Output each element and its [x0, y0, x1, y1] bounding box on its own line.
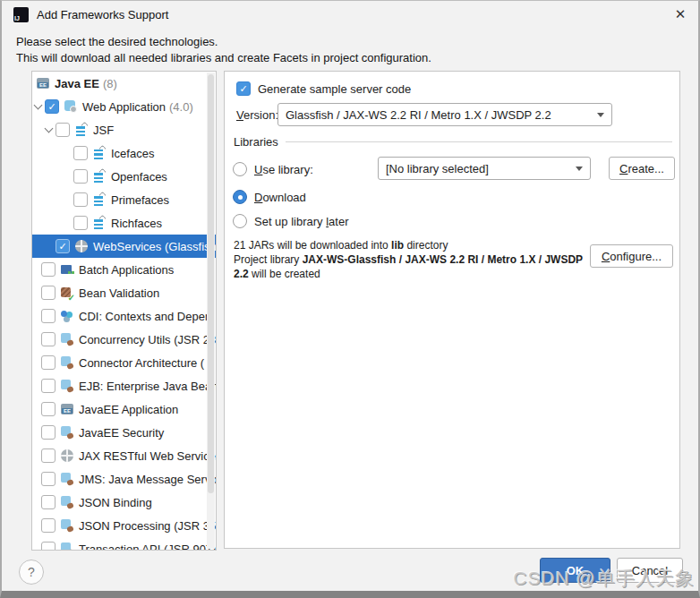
tree-item[interactable]: JavaEE Application	[32, 397, 216, 421]
tree-item[interactable]: Openfaces	[32, 165, 216, 188]
tree-item-label: Icefaces	[111, 147, 154, 160]
configure-button[interactable]: Configure...	[590, 244, 673, 268]
chevron-down-icon[interactable]	[43, 124, 55, 136]
ok-button[interactable]: OK	[540, 558, 610, 583]
cdi-icon	[60, 309, 74, 323]
cancel-button[interactable]: Cancel	[617, 558, 683, 583]
version-label: Version:	[236, 108, 278, 122]
checkbox[interactable]: ✓	[55, 239, 70, 253]
config-panel: ✓ Generate sample server code Version: G…	[224, 71, 680, 549]
tree-item-label: Openfaces	[111, 170, 167, 184]
checkbox[interactable]	[73, 169, 88, 184]
checkbox[interactable]	[73, 192, 88, 207]
version-dropdown[interactable]: Glassfish / JAX-WS 2.2 RI / Metro 1.X / …	[277, 103, 612, 126]
checkbox[interactable]	[41, 332, 55, 346]
checkbox[interactable]	[41, 472, 55, 486]
tree-item-label: EJB: Enterprise Java Beans	[79, 380, 217, 393]
checkbox[interactable]	[41, 495, 55, 509]
tree-item[interactable]: JSON Binding	[32, 491, 216, 514]
checkbox[interactable]	[41, 448, 55, 463]
tree-item-label: JSON Binding	[79, 496, 152, 509]
tree-item[interactable]: JMS: Java Message Servic	[32, 467, 216, 491]
generate-sample-label: Generate sample server code	[258, 82, 411, 96]
generate-sample-row: ✓ Generate sample server code	[236, 81, 411, 96]
library-value: [No library selected]	[386, 162, 489, 175]
intellij-logo-icon: IJ	[13, 7, 29, 22]
checkbox[interactable]	[41, 355, 55, 370]
tree-item[interactable]: JSON Processing (JSR 35	[32, 514, 216, 537]
description-line1: Please select the desired technologies.	[16, 34, 431, 50]
tree-item[interactable]: Icefaces	[32, 141, 216, 165]
tree-item[interactable]: Concurrency Utils (JSR 23	[32, 328, 216, 351]
framework-tree[interactable]: Java EE(8)✓Web Application(4.0)JSFIcefac…	[31, 71, 217, 551]
tree-item[interactable]: EJB: Enterprise Java Beans	[32, 374, 216, 397]
dialog-title: Add Frameworks Support	[37, 8, 168, 21]
use-library-radio[interactable]	[233, 162, 247, 176]
tree-item-label: Connector Architecture (	[79, 356, 204, 370]
titlebar: IJ Add Frameworks Support ✕	[2, 1, 698, 28]
bean-icon	[60, 355, 74, 370]
tree-item[interactable]: JSF	[32, 118, 216, 141]
checkbox[interactable]	[41, 402, 55, 416]
javaee-module-icon	[36, 76, 50, 90]
generate-sample-checkbox[interactable]: ✓	[236, 81, 251, 96]
tree-item[interactable]: JAX RESTful Web Services	[32, 444, 216, 467]
tree-item[interactable]: Transaction API (JSR 907)	[32, 537, 216, 551]
scrollbar-thumb[interactable]	[208, 74, 214, 493]
tree-item[interactable]: Batch Applications	[32, 258, 216, 281]
library-dropdown[interactable]: [No library selected]	[378, 157, 591, 180]
bean-validation-icon	[60, 286, 74, 300]
tree-item[interactable]: Java EE(8)	[32, 72, 216, 95]
checkbox[interactable]	[73, 216, 88, 230]
create-button[interactable]: Create...	[609, 157, 675, 180]
tree-item-label: JavaEE Security	[79, 426, 164, 440]
download-radio[interactable]	[233, 190, 247, 204]
tree-item[interactable]: Connector Architecture (	[32, 351, 216, 374]
tree-item-label: CDI: Contexts and Depen	[79, 310, 211, 323]
checkbox[interactable]	[41, 518, 55, 533]
chevron-down-icon	[597, 113, 604, 117]
separator-line	[286, 141, 672, 142]
tree-item-label: Primefaces	[111, 193, 169, 207]
checkbox[interactable]	[41, 286, 55, 300]
jsf-icon	[74, 123, 89, 137]
tree-item-suffix: (4.0)	[169, 100, 193, 114]
setup-later-label: Set up library later	[254, 215, 349, 228]
setup-later-row: Set up library later	[233, 214, 349, 228]
tree-item-label: Web Application	[82, 100, 166, 114]
checkbox[interactable]	[55, 123, 70, 137]
add-frameworks-support-dialog: IJ Add Frameworks Support ✕ Please selec…	[0, 0, 700, 598]
checkbox[interactable]	[41, 262, 55, 277]
bean-icon	[60, 495, 74, 509]
tree-item[interactable]: Primefaces	[32, 188, 216, 211]
checkbox[interactable]: ✓	[45, 99, 59, 114]
checkbox[interactable]	[41, 309, 55, 323]
tree-item-label: Java EE	[55, 77, 99, 90]
help-button[interactable]: ?	[19, 560, 44, 585]
tree-item[interactable]: ✓Web Application(4.0)	[32, 95, 216, 118]
tree-item[interactable]: ✓WebServices (Glassfish	[32, 235, 216, 258]
tree-item-suffix: (8)	[103, 77, 117, 90]
bean-icon	[60, 425, 74, 440]
libraries-separator: Libraries	[234, 135, 672, 149]
globe-icon	[74, 239, 89, 253]
tree-scrollbar[interactable]	[207, 73, 215, 549]
checkbox[interactable]	[41, 379, 55, 393]
tree-item[interactable]: CDI: Contexts and Depen	[32, 304, 216, 328]
close-icon[interactable]: ✕	[662, 6, 698, 22]
tree-item-label: JavaEE Application	[79, 403, 178, 416]
bean-icon	[60, 542, 74, 551]
checkbox[interactable]	[41, 425, 55, 440]
libraries-title: Libraries	[234, 135, 278, 149]
jsf-icon	[92, 146, 107, 160]
tree-item[interactable]: JavaEE Security	[32, 421, 216, 444]
jsf-icon	[92, 169, 107, 184]
checkbox[interactable]	[73, 146, 88, 160]
bean-icon	[60, 379, 74, 393]
checkbox[interactable]	[41, 542, 55, 551]
use-library-label: Use library:	[254, 163, 313, 176]
tree-item[interactable]: Bean Validation	[32, 281, 216, 304]
setup-later-radio[interactable]	[233, 214, 247, 228]
tree-item[interactable]: Richfaces	[32, 211, 216, 235]
chevron-down-icon[interactable]	[32, 100, 45, 113]
